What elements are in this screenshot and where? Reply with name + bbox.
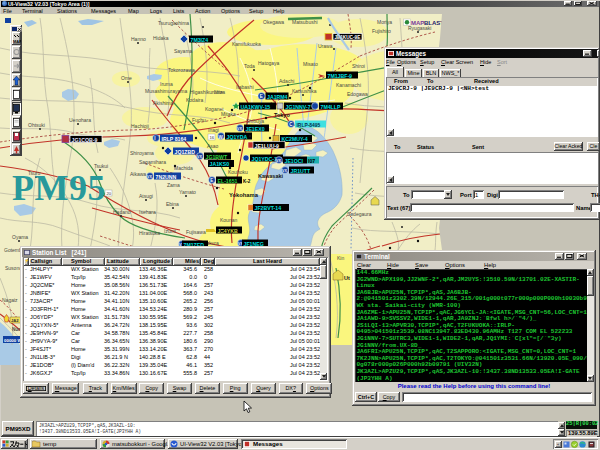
svg-text:Sodegaura: Sodegaura [347, 211, 372, 217]
svg-text:VX: VX [237, 127, 242, 131]
svg-text:Edogawa: Edogawa [347, 91, 368, 97]
svg-text:Misato: Misato [303, 61, 318, 67]
svg-text:VX: VX [276, 159, 281, 163]
svg-text:Shibuya: Shibuya [246, 118, 264, 124]
svg-text:Hachioji: Hachioji [131, 123, 149, 129]
svg-text:Fujishiro: Fujishiro [372, 28, 391, 34]
svg-text:Hadano: Hadano [113, 209, 131, 215]
svg-text:Aikawa: Aikawa [130, 171, 146, 177]
svg-text:Toda: Toda [244, 63, 255, 69]
svg-text:Hanno: Hanno [131, 36, 146, 42]
svg-text:VX: VX [147, 175, 152, 179]
svg-text:Atsugi: Atsugi [139, 193, 153, 199]
svg-text:JE1EX0: JE1EX0 [246, 126, 265, 132]
svg-text:Sagamihara: Sagamihara [139, 159, 166, 165]
svg-text:Inagi: Inagi [208, 127, 219, 133]
svg-text:Niiza: Niiza [214, 89, 225, 95]
svg-text:Moriya: Moriya [377, 19, 392, 25]
svg-text:7N2UNN: 7N2UNN [156, 174, 177, 180]
svg-text:16: 16 [210, 135, 215, 140]
svg-text:Nagaiz: Nagaiz [2, 297, 18, 303]
svg-text:Kin: Kin [337, 255, 344, 261]
svg-text:JQ1YDA: JQ1YDA [227, 134, 248, 140]
svg-text:7M3IZ4: 7M3IZ4 [191, 37, 209, 43]
svg-text:JE1LUU-9: JE1LUU-9 [255, 143, 280, 149]
svg-text:Izumi: Izumi [164, 228, 176, 234]
svg-text:JE1OCI: JE1OCI [285, 158, 304, 164]
svg-text:EL-1651: EL-1651 [218, 178, 238, 184]
svg-text:Zama: Zama [167, 182, 180, 188]
svg-text:E: E [260, 94, 263, 99]
svg-text:Asao: Asao [207, 143, 219, 149]
svg-text:JG1BWT: JG1BWT [206, 154, 228, 160]
svg-text:JA1RM4: JA1RM4 [267, 94, 288, 100]
svg-text:Yamato: Yamato [179, 189, 196, 195]
svg-text:Ebina: Ebina [166, 201, 179, 207]
svg-text:KC2MUY-4: KC2MUY-4 [282, 136, 308, 142]
svg-text:MAP: MAP [13, 39, 21, 44]
svg-text:Oyama: Oyama [12, 234, 28, 240]
svg-text:Machida: Machida [174, 165, 193, 171]
svg-text:JG1NNV-7: JG1NNV-7 [286, 104, 311, 110]
svg-text:E: E [210, 178, 213, 183]
svg-text:7M1JBF-9: 7M1JBF-9 [328, 73, 353, 79]
svg-text:Tokyo: Tokyo [274, 112, 290, 118]
svg-text:Yokohama: Yokohama [229, 192, 259, 198]
svg-text:Mitaka: Mitaka [221, 111, 236, 117]
svg-text:Kounan: Kounan [220, 217, 237, 223]
svg-text:20: 20 [107, 191, 112, 196]
svg-text:PM95: PM95 [12, 168, 106, 208]
svg-text:UA1KWV-15: UA1KWV-15 [241, 104, 271, 110]
svg-text:JA1KS0: JA1KS0 [210, 161, 230, 167]
svg-text:Okegawa: Okegawa [263, 19, 284, 25]
svg-text:Sayama: Sayama [174, 48, 193, 54]
svg-text:JQ1YDC-1: JQ1YDC-1 [252, 156, 277, 162]
svg-text:Shiroyama: Shiroyama [130, 150, 154, 156]
svg-text:JE4YKB: JE4YKB [218, 228, 238, 234]
svg-text:VX: VX [282, 169, 287, 173]
svg-text:Ohtsuki: Ohtsuki [28, 122, 45, 128]
svg-text:Kamifukuoka: Kamifukuoka [232, 41, 261, 47]
svg-text:JF2BVT-14: JF2BVT-14 [255, 205, 282, 211]
svg-text:Kodaira: Kodaira [186, 97, 203, 103]
svg-text:Tsukui: Tsukui [94, 163, 108, 169]
svg-text:Kanamachi: Kanamachi [336, 82, 361, 88]
svg-text:Uenohara: Uenohara [69, 117, 91, 123]
svg-text:Tsurugashima: Tsurugashima [158, 20, 189, 26]
svg-text:Tsuru: Tsuru [28, 170, 40, 176]
svg-text:W: W [219, 135, 224, 140]
svg-text:Matsubushi: Matsubushi [292, 19, 318, 25]
svg-text:Ome: Ome [121, 75, 132, 81]
svg-text:Hatogaya: Hatogaya [258, 60, 280, 66]
svg-text:Shiroi: Shiroi [352, 63, 365, 69]
svg-text:VX: VX [197, 155, 202, 159]
svg-text:IRLP-8495: IRLP-8495 [297, 123, 321, 128]
svg-text:Akishima: Akishima [153, 100, 174, 106]
svg-text:JQ1ZBD: JQ1ZBD [175, 149, 196, 155]
svg-text:Itabashi: Itabashi [236, 84, 254, 90]
svg-text:Ryugasaki: Ryugasaki [408, 25, 431, 31]
svg-text:Ut: Ut [344, 275, 350, 281]
svg-text:JR1UTT: JR1UTT [291, 168, 311, 174]
svg-text:Katsushika: Katsushika [292, 88, 317, 94]
svg-text:Tokorozawa: Tokorozawa [168, 67, 195, 73]
svg-text:Hidaka: Hidaka [153, 35, 169, 41]
svg-text:Kouhoku: Kouhoku [228, 169, 248, 175]
svg-text:Fuchu: Fuchu [192, 117, 206, 123]
svg-text:Isehara: Isehara [139, 209, 156, 215]
svg-text:Iruma: Iruma [160, 81, 173, 87]
svg-text:Adachi: Adachi [279, 78, 294, 84]
svg-text:Musashimurayama: Musashimurayama [145, 88, 187, 94]
svg-text:IRLP 8164: IRLP 8164 [162, 136, 187, 142]
svg-text:I: I [154, 136, 155, 141]
svg-text:K-2: K-2 [243, 179, 251, 184]
svg-text:I07: I07 [308, 158, 315, 164]
svg-text:Hiratsuka: Hiratsuka [139, 230, 160, 236]
svg-text:Fujisawa: Fujisawa [186, 229, 206, 235]
svg-text:JA2: JA2 [11, 318, 19, 323]
svg-text:JG1CQB-9: JG1CQB-9 [72, 137, 98, 143]
svg-text:Urawa: Urawa [318, 43, 333, 49]
svg-text:7M4LLP: 7M4LLP [321, 104, 341, 110]
svg-text:Kawasaki: Kawasaki [258, 173, 284, 179]
